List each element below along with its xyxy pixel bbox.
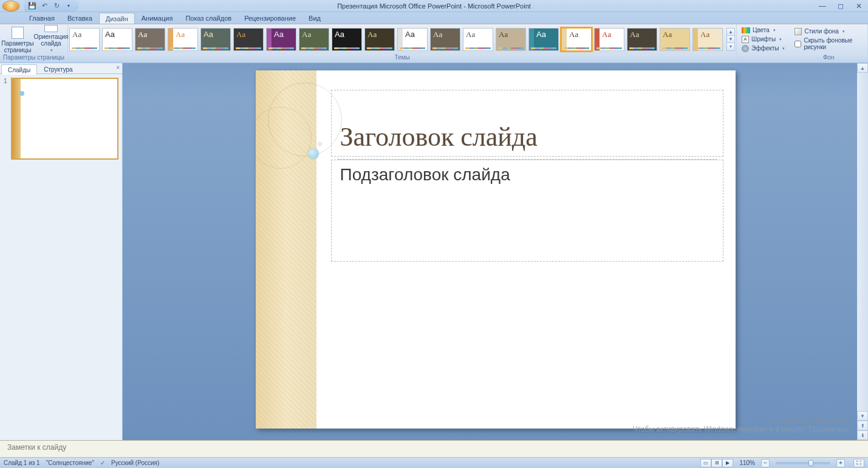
spellcheck-icon[interactable]: ✓ <box>100 460 105 466</box>
save-icon[interactable]: 💾 <box>28 2 36 10</box>
zoom-slider-thumb[interactable] <box>808 460 813 466</box>
window-title: Презентация Microsoft Office PowerPoint … <box>337 2 531 10</box>
tab-review[interactable]: Рецензирование <box>238 13 302 24</box>
chevron-down-icon: ▾ <box>779 37 782 42</box>
view-buttons: ▭ ⊞ ▶ <box>700 459 733 467</box>
orientation-button[interactable]: Ориентация слайда ▾ <box>34 25 68 54</box>
theme-item-8[interactable]: Aa <box>332 28 362 51</box>
slide-canvas[interactable]: Заголовок слайда Подзаголовок слайда <box>256 70 736 429</box>
window-controls: — ◻ ✕ <box>813 0 868 12</box>
status-language[interactable]: Русский (Россия) <box>111 460 159 466</box>
theme-item-1[interactable]: Aa <box>102 28 132 51</box>
group-themes: AaAaAaAaAaAaAaAaAaAaAaAaAaAaAaAaAaAaAaAa… <box>68 24 737 63</box>
theme-item-6[interactable]: Aa <box>266 28 296 51</box>
panel-tab-slides[interactable]: Слайды <box>1 64 37 75</box>
thumbnail-preview[interactable] <box>11 78 118 160</box>
theme-item-5[interactable]: Aa <box>233 28 264 51</box>
tab-insert[interactable]: Вставка <box>61 13 98 24</box>
effects-button[interactable]: Эффекты▾ <box>739 44 787 53</box>
fit-window-icon[interactable]: ⛶ <box>853 459 864 467</box>
theme-item-7[interactable]: Aa <box>299 28 329 51</box>
theme-item-18[interactable]: Aa <box>660 28 690 51</box>
tab-slideshow[interactable]: Показ слайдов <box>179 13 238 24</box>
gallery-up-icon[interactable]: ▲ <box>727 29 734 36</box>
hide-bg-checkbox[interactable] <box>795 41 801 47</box>
status-theme: "Солнцестояние" <box>46 460 94 466</box>
group-label-empty <box>737 54 790 63</box>
bg-styles-button[interactable]: Стили фона▾ <box>792 27 847 36</box>
tab-home[interactable]: Главная <box>23 13 61 24</box>
theme-item-14[interactable]: Aa <box>528 28 559 51</box>
theme-item-0[interactable]: Aa <box>69 28 100 51</box>
theme-item-3[interactable]: Aa <box>168 28 198 51</box>
scroll-track[interactable] <box>857 73 868 411</box>
slide-title-text[interactable]: Заголовок слайда <box>340 121 538 152</box>
chevron-down-icon: ▾ <box>842 29 845 34</box>
vertical-scrollbar[interactable]: ▲ ▼ ⬆ ⬇ <box>857 63 868 440</box>
hide-bg-checkbox-row[interactable]: Скрыть фоновые рисунки <box>792 37 865 50</box>
page-setup-button[interactable]: Параметры страницы <box>2 25 33 54</box>
title-placeholder[interactable]: Заголовок слайда <box>331 90 723 157</box>
effects-label: Эффекты <box>751 45 779 52</box>
office-button[interactable] <box>2 1 19 12</box>
colors-icon <box>742 27 750 33</box>
chevron-down-icon: ▾ <box>50 47 53 53</box>
tab-view[interactable]: Вид <box>302 13 327 24</box>
thumbnails-list: 1 <box>0 74 122 440</box>
theme-item-16[interactable]: Aa <box>594 28 624 51</box>
zoom-out-button[interactable]: − <box>761 459 770 467</box>
tab-design[interactable]: Дизайн <box>99 13 135 24</box>
scroll-up-icon[interactable]: ▲ <box>857 63 868 73</box>
zoom-in-button[interactable]: + <box>836 459 845 467</box>
notes-pane[interactable]: Заметки к слайду <box>0 440 868 457</box>
fonts-button[interactable]: A Шрифты▾ <box>739 35 787 44</box>
thumb-decoration <box>12 79 21 158</box>
group-background: Стили фона▾ Скрыть фоновые рисунки Фон <box>790 24 868 63</box>
theme-item-12[interactable]: Aa <box>463 28 493 51</box>
thumb-circle-icon <box>19 91 24 96</box>
theme-item-9[interactable]: Aa <box>364 28 395 51</box>
undo-icon[interactable]: ↶ <box>40 2 49 10</box>
tab-animation[interactable]: Анимация <box>135 13 179 24</box>
notes-placeholder: Заметки к слайду <box>7 443 66 452</box>
slide-subtitle-text[interactable]: Подзаголовок слайда <box>340 165 510 184</box>
themes-gallery: AaAaAaAaAaAaAaAaAaAaAaAaAaAaAaAaAaAaAaAa… <box>68 24 736 54</box>
theme-item-11[interactable]: Aa <box>430 28 460 51</box>
group-label-background: Фон <box>790 54 867 63</box>
theme-item-15[interactable]: Aa <box>561 28 592 51</box>
normal-view-icon[interactable]: ▭ <box>700 459 711 467</box>
status-bar: Слайд 1 из 1 "Солнцестояние" ✓ Русский (… <box>0 457 868 468</box>
qat-dropdown-icon[interactable]: ▼ <box>64 2 73 10</box>
theme-item-2[interactable]: Aa <box>135 28 165 51</box>
colors-button[interactable]: Цвета▾ <box>739 25 787 35</box>
close-button[interactable]: ✕ <box>850 0 868 12</box>
group-page-setup: Параметры страницы Ориентация слайда ▾ П… <box>0 24 68 63</box>
redo-icon[interactable]: ↻ <box>52 2 61 10</box>
theme-item-17[interactable]: Aa <box>627 28 657 51</box>
effects-icon <box>742 45 749 52</box>
zoom-level[interactable]: 110% <box>739 460 755 466</box>
gallery-more-icon[interactable]: ▾ <box>727 43 734 50</box>
panel-close-icon[interactable]: × <box>116 64 120 71</box>
prev-slide-icon[interactable]: ⬆ <box>857 421 868 430</box>
group-theme-options: Цвета▾ A Шрифты▾ Эффекты▾ <box>737 24 790 63</box>
minimize-button[interactable]: — <box>813 0 832 12</box>
bg-styles-label: Стили фона <box>804 28 838 35</box>
next-slide-icon[interactable]: ⬇ <box>857 430 868 440</box>
thumbnail-item[interactable]: 1 <box>4 78 118 160</box>
slideshow-view-icon[interactable]: ▶ <box>722 459 733 467</box>
chevron-down-icon: ▾ <box>782 46 785 51</box>
scroll-down-icon[interactable]: ▼ <box>857 411 868 421</box>
theme-item-19[interactable]: Aa <box>692 28 723 51</box>
ribbon: Параметры страницы Ориентация слайда ▾ П… <box>0 24 868 63</box>
theme-item-4[interactable]: Aa <box>200 28 231 51</box>
maximize-button[interactable]: ◻ <box>832 0 850 12</box>
group-label-themes: Темы <box>68 54 736 63</box>
gallery-down-icon[interactable]: ▼ <box>727 36 734 43</box>
panel-tab-outline[interactable]: Структура <box>37 64 79 74</box>
theme-item-10[interactable]: Aa <box>397 28 428 51</box>
zoom-slider[interactable] <box>776 462 830 464</box>
sorter-view-icon[interactable]: ⊞ <box>711 459 722 467</box>
subtitle-placeholder[interactable]: Подзаголовок слайда <box>331 160 723 262</box>
theme-item-13[interactable]: Aa <box>496 28 526 51</box>
